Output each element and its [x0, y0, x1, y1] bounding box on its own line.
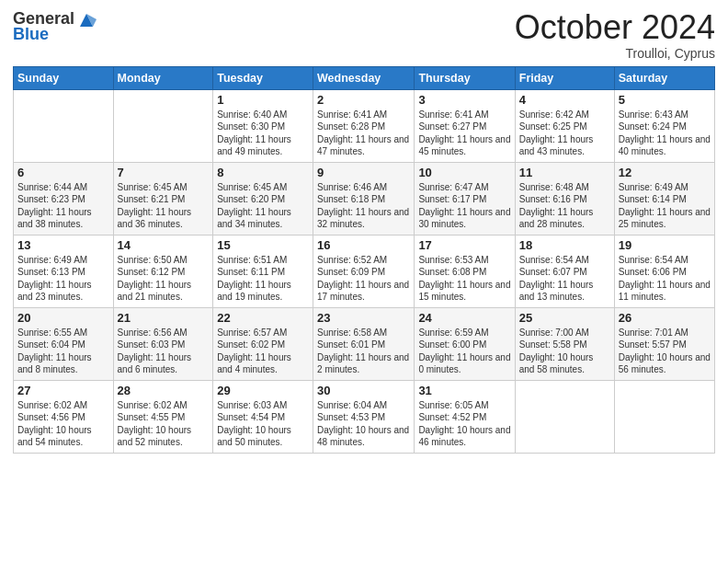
day-number: 29	[217, 384, 309, 397]
day-info: Sunrise: 6:54 AMSunset: 6:06 PMDaylight:…	[619, 254, 711, 304]
col-monday: Monday	[113, 66, 213, 89]
calendar-week-row: 27Sunrise: 6:02 AMSunset: 4:56 PMDayligh…	[14, 380, 715, 453]
day-info: Sunrise: 6:04 AMSunset: 4:53 PMDaylight:…	[317, 399, 410, 449]
day-number: 24	[418, 311, 510, 325]
day-number: 23	[317, 311, 410, 325]
day-number: 8	[217, 166, 309, 179]
day-info: Sunrise: 6:44 AMSunset: 6:23 PMDaylight:…	[17, 181, 109, 231]
calendar-cell: 7Sunrise: 6:45 AMSunset: 6:21 PMDaylight…	[113, 162, 213, 235]
day-info: Sunrise: 6:49 AMSunset: 6:13 PMDaylight:…	[17, 254, 109, 304]
col-wednesday: Wednesday	[313, 66, 415, 89]
day-info: Sunrise: 6:02 AMSunset: 4:55 PMDaylight:…	[118, 399, 210, 449]
calendar-cell: 1Sunrise: 6:40 AMSunset: 6:30 PMDaylight…	[213, 89, 313, 162]
day-info: Sunrise: 7:01 AMSunset: 5:57 PMDaylight:…	[619, 327, 711, 376]
day-info: Sunrise: 6:48 AMSunset: 6:16 PMDaylight:…	[519, 181, 610, 231]
day-info: Sunrise: 6:03 AMSunset: 4:54 PMDaylight:…	[217, 399, 309, 449]
day-number: 21	[118, 311, 210, 325]
day-number: 1	[217, 93, 309, 107]
day-info: Sunrise: 6:45 AMSunset: 6:20 PMDaylight:…	[217, 181, 309, 231]
calendar-cell: 9Sunrise: 6:46 AMSunset: 6:18 PMDaylight…	[313, 162, 415, 235]
day-number: 19	[619, 238, 711, 252]
day-info: Sunrise: 6:53 AMSunset: 6:08 PMDaylight:…	[418, 254, 510, 304]
logo: General Blue	[13, 9, 97, 44]
calendar-cell: 3Sunrise: 6:41 AMSunset: 6:27 PMDaylight…	[415, 89, 515, 162]
day-info: Sunrise: 6:42 AMSunset: 6:25 PMDaylight:…	[519, 109, 610, 158]
day-number: 13	[17, 238, 109, 252]
calendar-cell: 4Sunrise: 6:42 AMSunset: 6:25 PMDaylight…	[515, 89, 614, 162]
calendar-cell	[113, 89, 213, 162]
day-info: Sunrise: 6:46 AMSunset: 6:18 PMDaylight:…	[317, 181, 410, 231]
day-number: 12	[619, 166, 711, 179]
calendar-cell	[614, 380, 714, 453]
day-number: 26	[619, 311, 711, 325]
calendar-cell: 6Sunrise: 6:44 AMSunset: 6:23 PMDaylight…	[14, 162, 114, 235]
day-number: 4	[519, 93, 610, 107]
day-number: 22	[217, 311, 309, 325]
calendar-table: Sunday Monday Tuesday Wednesday Thursday…	[13, 66, 715, 454]
day-info: Sunrise: 6:51 AMSunset: 6:11 PMDaylight:…	[217, 254, 309, 304]
day-info: Sunrise: 6:52 AMSunset: 6:09 PMDaylight:…	[317, 254, 410, 304]
calendar-cell	[515, 380, 614, 453]
calendar-cell: 19Sunrise: 6:54 AMSunset: 6:06 PMDayligh…	[614, 235, 714, 307]
day-number: 11	[519, 166, 610, 179]
day-number: 28	[118, 384, 210, 397]
calendar-cell: 23Sunrise: 6:58 AMSunset: 6:01 PMDayligh…	[313, 307, 415, 380]
calendar-cell: 27Sunrise: 6:02 AMSunset: 4:56 PMDayligh…	[14, 380, 114, 453]
calendar-header-row: Sunday Monday Tuesday Wednesday Thursday…	[14, 66, 715, 89]
day-info: Sunrise: 6:57 AMSunset: 6:02 PMDaylight:…	[217, 327, 309, 376]
day-info: Sunrise: 6:43 AMSunset: 6:24 PMDaylight:…	[619, 109, 711, 158]
logo-icon	[76, 10, 97, 30]
calendar-cell: 13Sunrise: 6:49 AMSunset: 6:13 PMDayligh…	[14, 235, 114, 307]
day-number: 10	[418, 166, 510, 179]
calendar-cell: 31Sunrise: 6:05 AMSunset: 4:52 PMDayligh…	[415, 380, 515, 453]
month-title: October 2024	[515, 9, 715, 46]
header: General Blue October 2024 Troulloi, Cypr…	[13, 9, 715, 61]
calendar-cell: 24Sunrise: 6:59 AMSunset: 6:00 PMDayligh…	[415, 307, 515, 380]
day-info: Sunrise: 6:45 AMSunset: 6:21 PMDaylight:…	[118, 181, 210, 231]
calendar-cell: 10Sunrise: 6:47 AMSunset: 6:17 PMDayligh…	[415, 162, 515, 235]
day-number: 30	[317, 384, 410, 397]
calendar-week-row: 6Sunrise: 6:44 AMSunset: 6:23 PMDaylight…	[14, 162, 715, 235]
calendar-week-row: 13Sunrise: 6:49 AMSunset: 6:13 PMDayligh…	[14, 235, 715, 307]
day-number: 25	[519, 311, 610, 325]
day-info: Sunrise: 6:49 AMSunset: 6:14 PMDaylight:…	[619, 181, 711, 231]
day-info: Sunrise: 6:47 AMSunset: 6:17 PMDaylight:…	[418, 181, 510, 231]
day-number: 18	[519, 238, 610, 252]
title-block: October 2024 Troulloi, Cyprus	[515, 9, 715, 61]
calendar-cell: 16Sunrise: 6:52 AMSunset: 6:09 PMDayligh…	[313, 235, 415, 307]
day-info: Sunrise: 6:41 AMSunset: 6:28 PMDaylight:…	[317, 109, 410, 158]
calendar-cell: 15Sunrise: 6:51 AMSunset: 6:11 PMDayligh…	[213, 235, 313, 307]
page: General Blue October 2024 Troulloi, Cypr…	[0, 0, 728, 563]
day-info: Sunrise: 6:50 AMSunset: 6:12 PMDaylight:…	[118, 254, 210, 304]
day-info: Sunrise: 6:59 AMSunset: 6:00 PMDaylight:…	[418, 327, 510, 376]
day-number: 14	[118, 238, 210, 252]
day-number: 5	[619, 93, 711, 107]
day-info: Sunrise: 6:55 AMSunset: 6:04 PMDaylight:…	[17, 327, 109, 376]
calendar-cell: 17Sunrise: 6:53 AMSunset: 6:08 PMDayligh…	[415, 235, 515, 307]
calendar-cell: 25Sunrise: 7:00 AMSunset: 5:58 PMDayligh…	[515, 307, 614, 380]
col-tuesday: Tuesday	[213, 66, 313, 89]
day-info: Sunrise: 6:05 AMSunset: 4:52 PMDaylight:…	[418, 399, 510, 449]
calendar-cell: 20Sunrise: 6:55 AMSunset: 6:04 PMDayligh…	[14, 307, 114, 380]
day-info: Sunrise: 6:40 AMSunset: 6:30 PMDaylight:…	[217, 109, 309, 158]
calendar-cell: 21Sunrise: 6:56 AMSunset: 6:03 PMDayligh…	[113, 307, 213, 380]
day-info: Sunrise: 6:58 AMSunset: 6:01 PMDaylight:…	[317, 327, 410, 376]
day-number: 31	[418, 384, 510, 397]
day-info: Sunrise: 6:02 AMSunset: 4:56 PMDaylight:…	[17, 399, 109, 449]
day-number: 3	[418, 93, 510, 107]
col-thursday: Thursday	[415, 66, 515, 89]
calendar-cell: 11Sunrise: 6:48 AMSunset: 6:16 PMDayligh…	[515, 162, 614, 235]
day-info: Sunrise: 6:41 AMSunset: 6:27 PMDaylight:…	[418, 109, 510, 158]
calendar-cell: 5Sunrise: 6:43 AMSunset: 6:24 PMDaylight…	[614, 89, 714, 162]
calendar-cell: 22Sunrise: 6:57 AMSunset: 6:02 PMDayligh…	[213, 307, 313, 380]
day-number: 20	[17, 311, 109, 325]
calendar-cell: 28Sunrise: 6:02 AMSunset: 4:55 PMDayligh…	[113, 380, 213, 453]
day-number: 17	[418, 238, 510, 252]
calendar-week-row: 20Sunrise: 6:55 AMSunset: 6:04 PMDayligh…	[14, 307, 715, 380]
calendar-cell: 18Sunrise: 6:54 AMSunset: 6:07 PMDayligh…	[515, 235, 614, 307]
day-number: 9	[317, 166, 410, 179]
calendar-cell	[14, 89, 114, 162]
location: Troulloi, Cyprus	[515, 46, 715, 61]
col-sunday: Sunday	[14, 66, 114, 89]
calendar-cell: 26Sunrise: 7:01 AMSunset: 5:57 PMDayligh…	[614, 307, 714, 380]
